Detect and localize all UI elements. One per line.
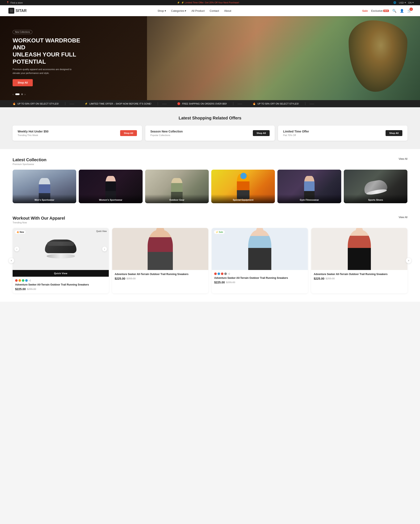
nav-categories[interactable]: Categories ▾ [171, 9, 186, 12]
category-gym-fitnesswear[interactable]: Gym Fitnesswear [277, 170, 341, 203]
store-icon: 📍 [6, 1, 9, 4]
top-bar-promo: ⚡ ⚡ Limited Time Offer: Get 20% Off Your… [177, 1, 239, 4]
color-dot-blue[interactable] [25, 279, 28, 282]
color-dot-blue-3[interactable] [218, 272, 220, 275]
collection-view-all[interactable]: View All [399, 157, 407, 160]
product-info-2: Adventure Seeker All-Terrain Outdoor Tra… [112, 270, 208, 283]
color-dot-orange[interactable] [18, 279, 21, 282]
language-selector[interactable]: EN ▾ [408, 1, 414, 4]
ticker-icon-4: 🔥 [253, 102, 256, 105]
products-next-arrow[interactable]: › [406, 258, 411, 263]
nav-all-product-label: All Product [191, 9, 205, 12]
product-name-4: Adventure Seeker All-Terrain Outdoor Tra… [314, 272, 405, 276]
find-store-text[interactable]: Find a store [10, 1, 23, 4]
ticker-icon-1: 🔥 [13, 102, 16, 105]
product-shoe-image-1 [45, 240, 76, 258]
product-info-4: Adventure Seeker All-Terrain Outdoor Tra… [311, 270, 407, 283]
color-more-1: +2 [29, 279, 31, 282]
hero-badge: New Collections [13, 30, 32, 34]
category-special-equipment[interactable]: Special Equipment [211, 170, 275, 203]
offers-title: Latest Shopping Related Offers [13, 116, 407, 121]
color-dot-red2-3[interactable] [221, 272, 223, 275]
offer-card-2: Season New Collection Popular Collection… [145, 126, 275, 141]
cart-button[interactable]: 🛒 1 [407, 9, 411, 13]
nav-shop[interactable]: Shop ▾ [158, 9, 166, 12]
language-chevron: ▾ [412, 1, 414, 4]
product-quick-view-btn-1[interactable]: Quick View [13, 270, 109, 277]
offer-card-1-text: Weekly Hot Under $50 Trending This Week [18, 130, 49, 136]
color-dot-green[interactable] [22, 279, 24, 282]
ticker-icon-2: ⚡ [85, 102, 88, 105]
color-dot-gray-3[interactable] [224, 272, 227, 275]
category-gym-label: Gym Fitnesswear [277, 194, 341, 203]
top-bar-right[interactable]: 🌐 USD ▾ EN ▾ [393, 1, 414, 4]
offer-card-3-subtitle: Flat 70% Off [283, 134, 309, 136]
shoe-card-prev[interactable]: ‹ [14, 246, 19, 252]
workout-view-all[interactable]: View All [399, 216, 407, 219]
product-img-area-1: 🔥 New Quick View ‹ › [13, 228, 109, 270]
collection-subtitle: Premium Sportswear [13, 163, 46, 166]
hero-next-arrow[interactable]: › [25, 93, 26, 96]
hero-dot-active[interactable] [15, 93, 19, 95]
ticker-text-4: UP TO 50% OFF ON SELECT STYLES! [257, 103, 299, 105]
nav-about[interactable]: About [224, 9, 231, 12]
ticker-sep-4: —— [310, 103, 314, 105]
offers-grid: Weekly Hot Under $50 Trending This Week … [13, 126, 407, 141]
product-price-old-4: $255.00 [326, 277, 335, 280]
category-womens-sportswear[interactable]: Women's Sportswear [79, 170, 142, 203]
hero-prev-arrow[interactable]: ‹ [13, 93, 14, 96]
header: ⬛ SITAR Shop ▾ Categories ▾ All Product … [0, 5, 420, 16]
currency-text: USD [399, 1, 404, 4]
shoe-card-next[interactable]: › [102, 246, 107, 252]
top-bar: 📍 Find a store ⚡ ⚡ Limited Time Offer: G… [0, 0, 420, 5]
product-name-3: Adventure Seeker All-Terrain Outdoor Tra… [214, 276, 305, 280]
color-dot-red[interactable] [15, 279, 18, 282]
category-outdoor-label: Outdoor Gear [145, 194, 209, 203]
exclusive-link[interactable]: Exclusive NEW [371, 9, 389, 12]
language-text: EN [408, 1, 411, 4]
promo-text: ⚡ Limited Time Offer: Get 20% Off Your N… [181, 1, 239, 4]
products-grid: 🔥 New Quick View ‹ › Quick View [13, 228, 407, 293]
hero-cta-button[interactable]: Shop All [13, 79, 33, 86]
product-price-old-1: $255.00 [27, 288, 36, 290]
workout-title: Workout With Our Apparel [13, 216, 65, 221]
category-sports-shoes[interactable]: Sports Shoes [344, 170, 407, 203]
category-outdoor-gear[interactable]: Outdoor Gear [145, 170, 209, 203]
offer-card-2-btn[interactable]: Shop All [253, 130, 270, 136]
hero-overlay [147, 16, 420, 100]
category-mens-sportswear[interactable]: Men's Sportswear [13, 170, 76, 203]
offer-card-1-subtitle: Trending This Week [18, 134, 49, 136]
offer-card-1-btn[interactable]: Shop All [120, 130, 137, 136]
ticker-sep-2: —— [162, 103, 167, 105]
offer-card-3-btn[interactable]: Shop All [385, 130, 402, 136]
account-button[interactable]: 👤 [400, 9, 404, 13]
ticker-item-2: ⚡ LIMITED TIME OFFER – SHOP NOW BEFORE I… [78, 102, 158, 105]
nav-shop-chevron: ▾ [165, 9, 166, 12]
cart-count: 1 [410, 8, 413, 11]
ticker-item-1: 🔥 UP TO 50% OFF ON SELECT STYLES! [6, 102, 65, 105]
logo[interactable]: ⬛ SITAR [9, 8, 27, 14]
collection-section-header: Latest Collection Premium Sportswear Vie… [13, 157, 407, 166]
sale-link[interactable]: Sale [362, 9, 368, 12]
hero-dot-2[interactable] [21, 93, 23, 95]
offer-card-3-text: Limited Time Offer Flat 70% Off [283, 130, 309, 136]
product-price-current-3: $225.00 [214, 281, 225, 284]
nav-categories-label: Categories [171, 9, 184, 12]
search-button[interactable]: 🔍 [392, 9, 396, 13]
workout-subtitle: Trending Now [13, 221, 65, 224]
product-img-area-4 [311, 228, 407, 270]
product-quick-view-link-1[interactable]: Quick View [96, 230, 107, 232]
nav-contact[interactable]: Contact [210, 9, 219, 12]
ticker-text-1: UP TO 50% OFF ON SELECT STYLES! [18, 103, 59, 105]
color-dot-red-3[interactable] [214, 272, 217, 275]
currency-selector[interactable]: USD ▾ [399, 1, 406, 4]
product-person-image-2 [112, 228, 208, 270]
product-card-4: Adventure Seeker All-Terrain Outdoor Tra… [311, 228, 407, 293]
products-prev-arrow[interactable]: ‹ [9, 258, 14, 263]
workout-section-header: Workout With Our Apparel Trending Now Vi… [13, 216, 407, 224]
offer-card-2-subtitle: Popular Collections [150, 134, 183, 136]
offer-card-1-title: Weekly Hot Under $50 [18, 130, 49, 133]
hero-content: New Collections WORKOUT WARDROBE ANDUNLE… [0, 30, 105, 87]
nav-all-product[interactable]: All Product [191, 9, 205, 12]
top-bar-left: 📍 Find a store [6, 1, 23, 4]
